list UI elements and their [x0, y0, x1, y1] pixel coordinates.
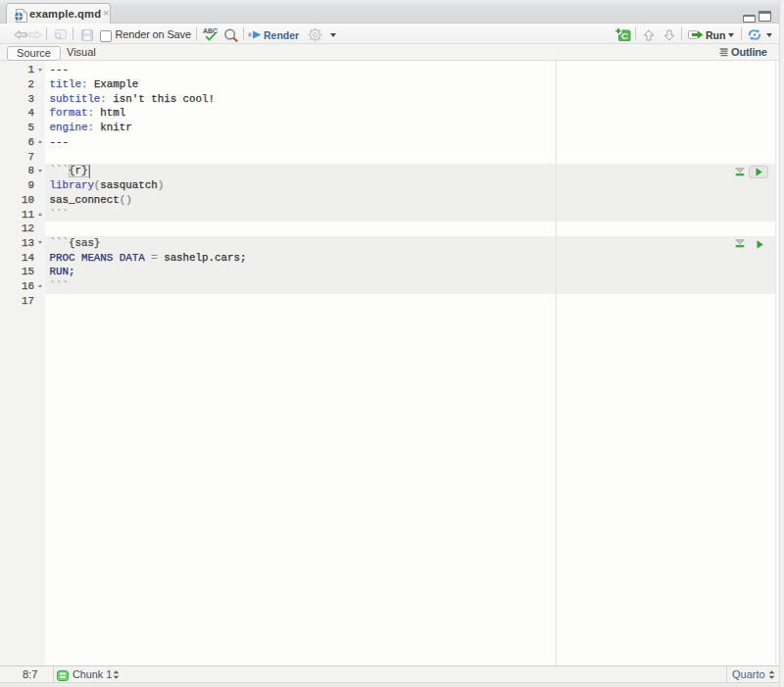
- svg-text:C: C: [621, 30, 628, 41]
